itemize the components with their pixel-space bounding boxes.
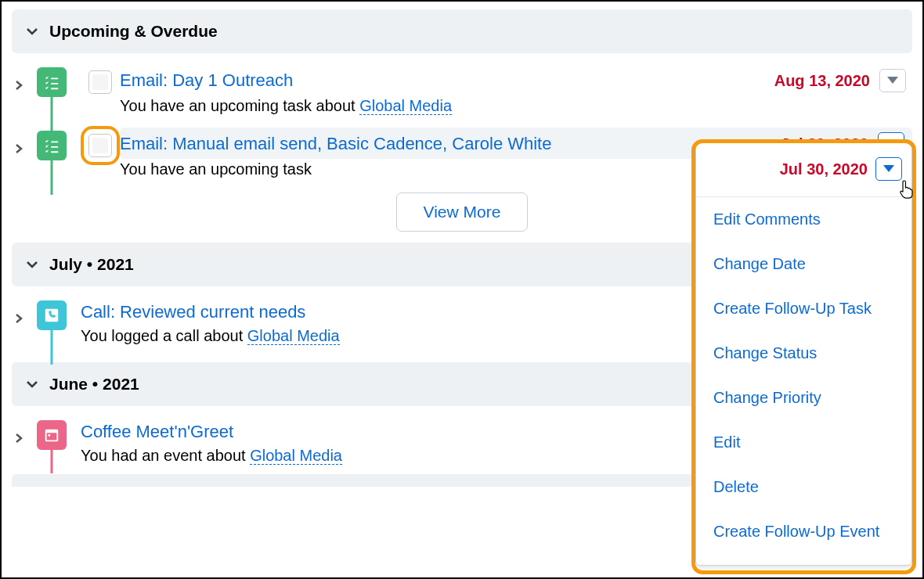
expand-toggle[interactable] [12,431,26,445]
complete-checkbox[interactable] [88,134,112,157]
due-date: Aug 13, 2020 [774,72,870,90]
chevron-down-icon [26,258,38,271]
menu-delete[interactable]: Delete [696,465,911,509]
related-link[interactable]: Global Media [247,327,340,345]
menu-change-date[interactable]: Change Date [696,242,911,286]
menu-create-followup-task[interactable]: Create Follow-Up Task [696,286,911,331]
svg-marker-0 [887,77,898,84]
activity-item: Email: Day 1 Outreach Aug 13, 2020 You h… [12,61,912,124]
event-icon [37,420,67,450]
menu-create-followup-event[interactable]: Create Follow-Up Event [696,509,911,554]
actions-dropdown-button-open[interactable] [875,157,902,181]
activity-subtext: You have an upcoming task about Global M… [120,95,912,124]
view-more-button[interactable]: View More [396,192,529,232]
complete-checkbox[interactable] [88,70,112,94]
activity-title[interactable]: Email: Day 1 Outreach [120,70,293,91]
call-icon [37,300,67,330]
activity-title[interactable]: Coffee Meet'n'Greet [81,422,233,442]
chevron-down-icon [26,25,38,38]
activity-title[interactable]: Email: Manual email send, Basic Cadence,… [120,134,551,154]
section-title: Upcoming & Overdue [49,22,218,41]
section-header-upcoming[interactable]: Upcoming & Overdue [12,9,912,53]
section-title: June • 2021 [49,375,139,394]
expand-toggle[interactable] [12,311,26,325]
menu-change-status[interactable]: Change Status [696,331,911,376]
related-link[interactable]: Global Media [250,447,342,465]
expand-toggle[interactable] [12,78,26,92]
menu-change-priority[interactable]: Change Priority [696,376,911,420]
activity-title[interactable]: Call: Reviewed current needs [81,302,305,322]
actions-menu: Jul 30, 2020 Edit Comments Change Date C… [695,142,912,566]
svg-marker-2 [883,165,894,172]
menu-edit-comments[interactable]: Edit Comments [696,197,911,242]
task-icon [37,131,67,160]
chevron-down-icon [26,378,38,390]
related-link[interactable]: Global Media [359,97,452,115]
task-icon [37,67,67,97]
menu-due-date: Jul 30, 2020 [780,160,868,178]
section-title: July • 2021 [49,255,134,274]
expand-toggle[interactable] [12,142,26,156]
menu-edit[interactable]: Edit [696,420,911,465]
actions-dropdown-button[interactable] [879,69,906,92]
